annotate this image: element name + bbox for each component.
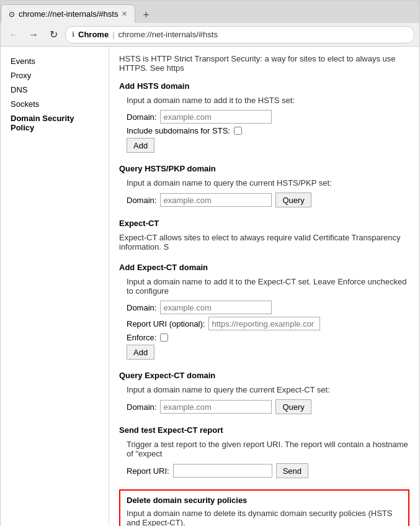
add-hsts-btn-row: Add [127,138,409,153]
sidebar-item-events[interactable]: Events [1,54,109,68]
query-expect-ct-desc: Input a domain name to query the current… [127,385,409,394]
add-expect-ct-report-uri-input[interactable] [208,317,320,330]
query-hsts-button[interactable]: Query [275,193,311,207]
add-hsts-section: Add HSTS domain Input a domain name to a… [119,81,409,153]
main-content: HSTS is HTTP Strict Transport Security: … [109,47,419,526]
add-expect-ct-domain-input[interactable] [160,301,272,314]
forward-button[interactable]: → [25,27,42,43]
query-expect-ct-section: Query Expect-CT domain Input a domain na… [119,371,409,414]
add-hsts-subdomains-label: Include subdomains for STS: [127,126,230,135]
address-separator: | [112,30,114,39]
sidebar-item-domain-security-policy[interactable]: Domain Security Policy [1,111,109,135]
tab-close-button[interactable]: ✕ [122,10,127,18]
add-expect-ct-title: Add Expect-CT domain [119,263,409,272]
query-expect-ct-domain-input[interactable] [160,400,272,414]
browser-frame: ⊙ chrome://net-internals/#hsts ✕ + ← → ↻… [0,0,420,526]
tab-bar: ⊙ chrome://net-internals/#hsts ✕ + [1,1,419,23]
add-expect-ct-enforce-row: Enforce: [127,333,409,342]
send-test-expect-ct-report-uri-input[interactable] [173,464,272,478]
send-test-expect-ct-report-uri-label: Report URI: [127,466,169,476]
add-hsts-desc: Input a domain name to add it to the HST… [127,96,409,105]
add-expect-ct-enforce-label: Enforce: [127,333,156,342]
add-expect-ct-report-uri-row: Report URI (optional): [127,317,409,330]
query-hsts-section: Query HSTS/PKP domain Input a domain nam… [119,164,409,207]
reload-button[interactable]: ↻ [45,27,61,43]
add-expect-ct-btn-row: Add [127,345,409,360]
send-test-expect-ct-title: Send test Expect-CT report [119,425,409,435]
query-hsts-title: Query HSTS/PKP domain [119,164,409,173]
add-expect-ct-button[interactable]: Add [127,345,154,360]
lock-icon: ℹ [72,30,74,39]
add-hsts-form: Input a domain name to add it to the HST… [127,96,409,153]
add-hsts-button[interactable]: Add [127,138,154,153]
query-hsts-form: Input a domain name to query the current… [127,178,409,207]
query-hsts-domain-label: Domain: [127,196,156,205]
page-content: Events Proxy DNS Sockets Domain Security… [1,47,419,526]
send-test-expect-ct-form: Trigger a test report to the given repor… [127,440,409,478]
delete-section-desc: Input a domain name to delete its dynami… [127,509,402,526]
add-hsts-subdomains-row: Include subdomains for STS: [127,126,409,135]
add-hsts-domain-label: Domain: [127,112,156,122]
query-expect-ct-form: Input a domain name to query the current… [127,385,409,414]
address-site: Chrome [78,30,109,39]
sidebar-item-dns[interactable]: DNS [1,83,109,97]
sidebar-item-sockets[interactable]: Sockets [1,97,109,111]
active-tab[interactable]: ⊙ chrome://net-internals/#hsts ✕ [1,4,135,23]
add-hsts-title: Add HSTS domain [119,81,409,91]
add-expect-ct-section: Add Expect-CT domain Input a domain name… [119,263,409,360]
send-test-expect-ct-button[interactable]: Send [276,463,308,478]
add-expect-ct-enforce-checkbox[interactable] [160,333,168,342]
query-expect-ct-title: Query Expect-CT domain [119,371,409,380]
add-hsts-subdomains-checkbox[interactable] [234,127,242,135]
query-expect-ct-domain-label: Domain: [127,402,156,412]
add-expect-ct-form: Input a domain name to add it to the Exp… [127,277,409,360]
query-expect-ct-domain-row: Domain: Query [127,399,409,414]
add-hsts-domain-input[interactable] [160,110,272,124]
send-test-expect-ct-section: Send test Expect-CT report Trigger a tes… [119,425,409,478]
delete-section: Delete domain security policies Input a … [119,489,409,526]
delete-section-title: Delete domain security policies [127,496,402,505]
new-tab-button[interactable]: + [138,7,154,23]
query-hsts-domain-input[interactable] [160,193,272,207]
add-expect-ct-domain-label: Domain: [127,303,156,312]
back-button[interactable]: ← [6,27,22,43]
add-expect-ct-domain-row: Domain: [127,301,409,314]
query-expect-ct-button[interactable]: Query [275,399,311,414]
query-hsts-domain-row: Domain: Query [127,193,409,207]
address-url: chrome://net-internals/#hsts [118,30,218,39]
send-test-expect-ct-desc: Trigger a test report to the given repor… [127,440,409,458]
nav-bar: ← → ↻ ℹ Chrome | chrome://net-internals/… [1,23,419,47]
intro-text: HSTS is HTTP Strict Transport Security: … [119,54,409,73]
sidebar-item-proxy[interactable]: Proxy [1,68,109,83]
expect-ct-info-desc: Expect-CT allows sites to elect to alway… [119,233,409,252]
send-test-expect-ct-report-uri-row: Report URI: Send [127,463,409,478]
expect-ct-info-title: Expect-CT [119,219,409,228]
add-hsts-domain-row: Domain: [127,110,409,124]
expect-ct-info-section: Expect-CT Expect-CT allows sites to elec… [119,219,409,252]
add-expect-ct-report-uri-label: Report URI (optional): [127,319,205,329]
sidebar: Events Proxy DNS Sockets Domain Security… [1,47,109,526]
add-expect-ct-desc: Input a domain name to add it to the Exp… [127,277,409,296]
tab-label: chrome://net-internals/#hsts [19,9,118,19]
address-bar[interactable]: ℹ Chrome | chrome://net-internals/#hsts [65,26,414,43]
tab-favicon: ⊙ [9,10,15,19]
query-hsts-desc: Input a domain name to query the current… [127,178,409,188]
